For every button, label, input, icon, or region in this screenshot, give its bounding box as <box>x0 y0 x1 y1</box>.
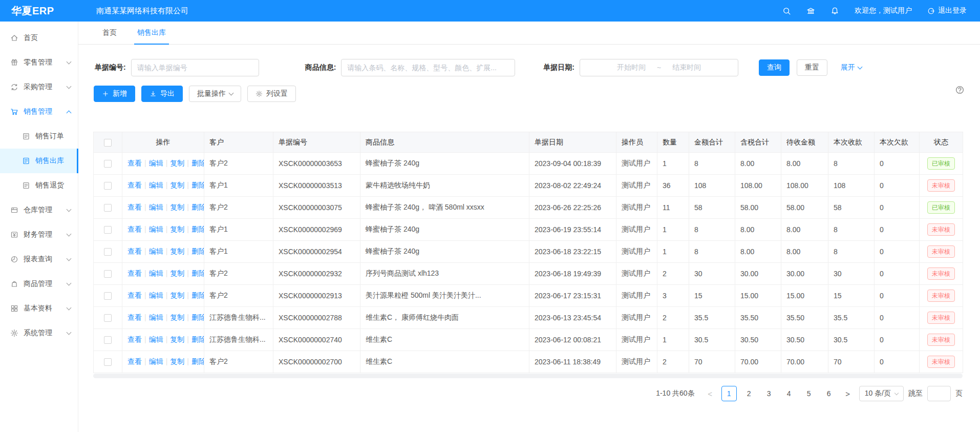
tab-home[interactable]: 首页 <box>102 22 117 44</box>
edit-link[interactable]: 编辑 <box>149 247 163 255</box>
row-checkbox[interactable] <box>104 292 112 300</box>
page-number-button[interactable]: 5 <box>801 386 817 401</box>
page-number-button[interactable]: 6 <box>821 386 837 401</box>
app-logo: 华夏ERP <box>0 4 68 18</box>
row-checkbox[interactable] <box>104 160 112 168</box>
copy-link[interactable]: 复制 <box>170 335 184 343</box>
copy-link[interactable]: 复制 <box>170 159 184 167</box>
page-number-button[interactable]: 1 <box>721 386 737 401</box>
edit-link[interactable]: 编辑 <box>149 269 163 277</box>
logout-button[interactable]: 退出登录 <box>927 6 967 15</box>
view-link[interactable]: 查看 <box>127 181 142 189</box>
copy-link[interactable]: 复制 <box>170 269 184 277</box>
edit-link[interactable]: 编辑 <box>149 203 163 211</box>
row-checkbox[interactable] <box>104 248 112 256</box>
copy-link[interactable]: 复制 <box>170 313 184 321</box>
delete-link[interactable]: 删除 <box>191 247 204 255</box>
tabbar: 首页 销售出库 <box>78 22 980 45</box>
edit-link[interactable]: 编辑 <box>149 357 163 365</box>
sidebar-item[interactable]: 销售管理 <box>0 99 78 124</box>
batch-actions-button[interactable]: 批量操作 <box>189 86 241 102</box>
row-checkbox[interactable] <box>104 182 112 190</box>
delete-link[interactable]: 删除 <box>191 159 204 167</box>
copy-link[interactable]: 复制 <box>170 203 184 211</box>
bank-icon[interactable] <box>806 7 815 15</box>
copy-link[interactable]: 复制 <box>170 291 184 299</box>
delete-link[interactable]: 删除 <box>191 357 204 365</box>
sidebar-item[interactable]: 零售管理 <box>0 50 78 75</box>
page-unit-label: 页 <box>955 389 963 398</box>
row-checkbox[interactable] <box>104 270 112 278</box>
doc-icon <box>22 132 30 140</box>
copy-link[interactable]: 复制 <box>170 225 184 233</box>
view-link[interactable]: 查看 <box>127 269 142 277</box>
delete-link[interactable]: 删除 <box>191 313 204 321</box>
view-link[interactable]: 查看 <box>127 335 142 343</box>
delete-link[interactable]: 删除 <box>191 225 204 233</box>
edit-link[interactable]: 编辑 <box>149 225 163 233</box>
row-actions: 查看编辑复制删除 <box>122 307 204 329</box>
sidebar-item[interactable]: 销售出库 <box>0 149 78 173</box>
sidebar-item[interactable]: 首页 <box>0 26 78 50</box>
export-button[interactable]: 导出 <box>141 86 183 102</box>
view-link[interactable]: 查看 <box>127 291 142 299</box>
next-page-button[interactable]: > <box>841 389 855 398</box>
add-button[interactable]: 新增 <box>94 86 135 102</box>
material-input[interactable] <box>341 59 515 76</box>
view-link[interactable]: 查看 <box>127 225 142 233</box>
sidebar-item[interactable]: 报表查询 <box>0 247 78 272</box>
tab-sales-outbound[interactable]: 销售出库 <box>137 22 166 44</box>
sidebar-item[interactable]: 商品管理 <box>0 272 78 296</box>
view-link[interactable]: 查看 <box>127 357 142 365</box>
table-horizontal-scrollbar[interactable] <box>93 374 963 378</box>
edit-link[interactable]: 编辑 <box>149 291 163 299</box>
view-link[interactable]: 查看 <box>127 247 142 255</box>
sidebar-item[interactable]: 销售退货 <box>0 173 78 198</box>
bill-no-input[interactable] <box>131 59 259 76</box>
search-button[interactable]: 查询 <box>759 59 790 76</box>
prev-page-button[interactable]: < <box>704 389 717 398</box>
sidebar-item[interactable]: 财务管理 <box>0 222 78 247</box>
edit-link[interactable]: 编辑 <box>149 335 163 343</box>
expand-link[interactable]: 展开 <box>841 63 862 72</box>
delete-link[interactable]: 删除 <box>191 335 204 343</box>
delete-link[interactable]: 删除 <box>191 203 204 211</box>
edit-link[interactable]: 编辑 <box>149 181 163 189</box>
page-number-button[interactable]: 2 <box>741 386 757 401</box>
row-checkbox[interactable] <box>104 358 112 366</box>
copy-link[interactable]: 复制 <box>170 181 184 189</box>
copy-link[interactable]: 复制 <box>170 357 184 365</box>
copy-link[interactable]: 复制 <box>170 247 184 255</box>
view-link[interactable]: 查看 <box>127 203 142 211</box>
delete-link[interactable]: 删除 <box>191 291 204 299</box>
delete-link[interactable]: 删除 <box>191 269 204 277</box>
sidebar-item[interactable]: 系统管理 <box>0 321 78 345</box>
sidebar-item[interactable]: 采购管理 <box>0 75 78 99</box>
edit-link[interactable]: 编辑 <box>149 313 163 321</box>
row-checkbox[interactable] <box>104 204 112 212</box>
sidebar-item[interactable]: 仓库管理 <box>0 198 78 222</box>
page-size-select[interactable]: 10 条/页 <box>859 386 904 401</box>
date-cell: 2023-06-18 23:22:15 <box>529 241 616 263</box>
delete-link[interactable]: 删除 <box>191 181 204 189</box>
reset-button[interactable]: 重置 <box>797 59 827 76</box>
row-checkbox[interactable] <box>104 314 112 322</box>
select-all-checkbox[interactable] <box>104 139 112 147</box>
row-actions: 查看编辑复制删除 <box>122 219 204 241</box>
page-number-button[interactable]: 3 <box>761 386 777 401</box>
row-checkbox[interactable] <box>104 226 112 234</box>
header-date: 单据日期 <box>529 132 616 153</box>
column-settings-button[interactable]: 列设置 <box>247 86 296 102</box>
page-number-button[interactable]: 4 <box>781 386 797 401</box>
view-link[interactable]: 查看 <box>127 159 142 167</box>
row-checkbox[interactable] <box>104 336 112 344</box>
search-icon[interactable] <box>782 7 791 15</box>
bell-icon[interactable] <box>830 7 839 15</box>
date-range-picker[interactable]: 开始时间 ~ 结束时间 <box>580 59 738 76</box>
sidebar-item[interactable]: 销售订单 <box>0 124 78 149</box>
question-icon[interactable] <box>955 85 965 95</box>
view-link[interactable]: 查看 <box>127 313 142 321</box>
sidebar-item[interactable]: 基本资料 <box>0 296 78 321</box>
page-jump-input[interactable] <box>927 386 951 401</box>
edit-link[interactable]: 编辑 <box>149 159 163 167</box>
